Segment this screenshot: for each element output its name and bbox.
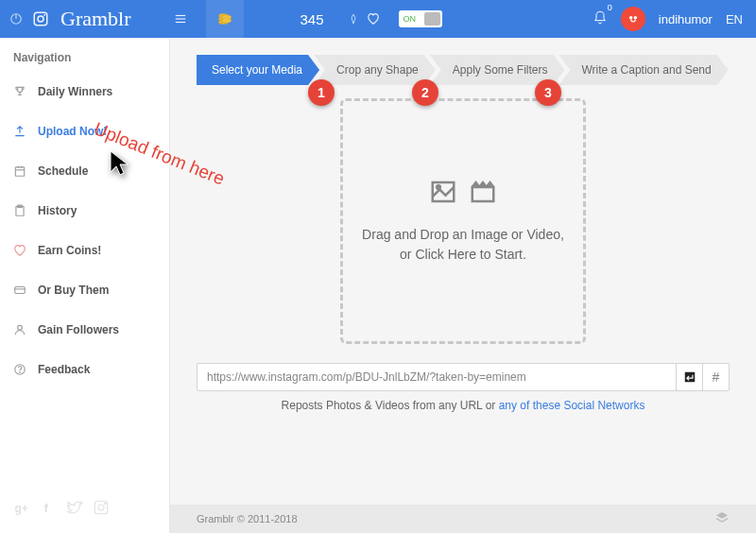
menu-icon[interactable]	[174, 12, 187, 26]
svg-rect-17	[15, 167, 24, 176]
trophy-icon	[13, 85, 26, 98]
twitter-icon[interactable]	[66, 499, 83, 520]
toggle-on-label: ON	[404, 14, 417, 24]
instagram-outline-icon[interactable]	[93, 499, 110, 520]
hash-button[interactable]: #	[702, 364, 729, 390]
sidebar-item-buy-them[interactable]: Or Buy Them	[0, 270, 169, 310]
heart-outline-icon[interactable]	[367, 12, 380, 26]
sidebar: Navigation Daily Winners Upload Now! Sch…	[0, 38, 170, 533]
step-caption[interactable]: Write a Caption and Send	[558, 55, 728, 85]
copyright: Gramblr © 2011-2018	[197, 513, 298, 524]
calendar-icon	[13, 164, 26, 178]
enter-button[interactable]	[676, 364, 702, 390]
step-crop[interactable]: Crop any Shape	[314, 55, 436, 85]
rocket-icon[interactable]	[348, 13, 359, 25]
instagram-icon[interactable]	[32, 10, 49, 27]
sidebar-item-gain-followers[interactable]: Gain Followers	[0, 310, 169, 350]
notification-bell[interactable]: 0	[593, 10, 608, 28]
sidebar-item-label: Gain Followers	[38, 323, 119, 336]
app-name: Gramblr	[60, 7, 131, 31]
language-selector[interactable]: EN	[726, 12, 743, 26]
url-input[interactable]	[198, 370, 676, 384]
sidebar-item-label: Feedback	[38, 363, 90, 376]
coins-block[interactable]	[206, 0, 244, 38]
svg-rect-23	[15, 287, 26, 294]
image-icon	[427, 178, 459, 210]
google-plus-icon[interactable]: g+	[13, 499, 30, 520]
repost-text: Reposts Photos & Videos from any URL or …	[197, 399, 730, 412]
annotation-circle-3: 3	[535, 79, 561, 106]
step-select-media[interactable]: Select your Media	[197, 55, 319, 85]
avatar[interactable]	[621, 7, 645, 31]
username[interactable]: indihumor	[659, 12, 713, 26]
history-icon	[13, 204, 26, 217]
coins-icon	[215, 9, 234, 28]
sidebar-item-earn-coins[interactable]: Earn Coins!	[0, 231, 169, 270]
svg-point-14	[633, 16, 637, 20]
card-icon	[13, 284, 26, 297]
power-icon[interactable]	[9, 12, 23, 26]
sidebar-item-label: Schedule	[38, 164, 88, 178]
sidebar-item-history[interactable]: History	[0, 191, 169, 231]
coins-count: 345	[301, 11, 324, 27]
svg-point-12	[221, 18, 231, 23]
sidebar-item-label: Or Buy Them	[38, 284, 109, 297]
sidebar-item-label: Earn Coins!	[38, 244, 101, 257]
toggle-switch[interactable]: ON	[399, 10, 442, 27]
facebook-icon[interactable]: f	[40, 499, 57, 520]
help-icon	[13, 363, 26, 376]
header-bar: Gramblr 345 ON 0	[0, 0, 756, 38]
sidebar-item-label: Daily Winners	[38, 85, 112, 98]
movie-icon	[467, 178, 499, 210]
svg-point-13	[629, 16, 633, 20]
svg-text:f: f	[44, 501, 49, 515]
cursor-icon	[109, 149, 131, 181]
svg-point-4	[43, 14, 45, 16]
heart-icon	[13, 244, 26, 257]
notification-count: 0	[608, 3, 612, 12]
user-icon	[13, 323, 26, 336]
drop-text: Drag and Drop an Image or Video, or Clic…	[362, 225, 564, 265]
footer: Gramblr © 2011-2018	[170, 505, 756, 533]
sidebar-item-feedback[interactable]: Feedback	[0, 350, 169, 389]
sidebar-item-label: History	[38, 204, 77, 217]
main-content: Select your Media Crop any Shape Apply S…	[170, 38, 756, 533]
nav-title: Navigation	[0, 38, 169, 72]
url-row: #	[197, 363, 730, 391]
drop-area[interactable]: Drag and Drop an Image or Video, or Clic…	[340, 98, 586, 344]
svg-point-34	[437, 185, 440, 189]
annotation-circle-1: 1	[308, 79, 335, 106]
toggle-knob	[424, 12, 440, 26]
sidebar-item-daily-winners[interactable]: Daily Winners	[0, 72, 169, 112]
drop-icons	[427, 178, 499, 210]
social-row: g+ f	[0, 490, 169, 533]
steps-bar: Select your Media Crop any Shape Apply S…	[197, 55, 730, 85]
social-networks-link[interactable]: any of these Social Networks	[499, 399, 645, 412]
annotation-circle-2: 2	[412, 79, 438, 106]
svg-point-25	[18, 325, 23, 330]
svg-text:g+: g+	[15, 502, 28, 515]
upload-icon	[13, 125, 26, 138]
svg-rect-35	[472, 187, 494, 201]
svg-point-27	[20, 372, 21, 373]
svg-point-3	[38, 16, 43, 22]
svg-point-32	[104, 503, 106, 505]
svg-point-31	[98, 505, 104, 510]
layers-icon[interactable]	[714, 510, 730, 527]
